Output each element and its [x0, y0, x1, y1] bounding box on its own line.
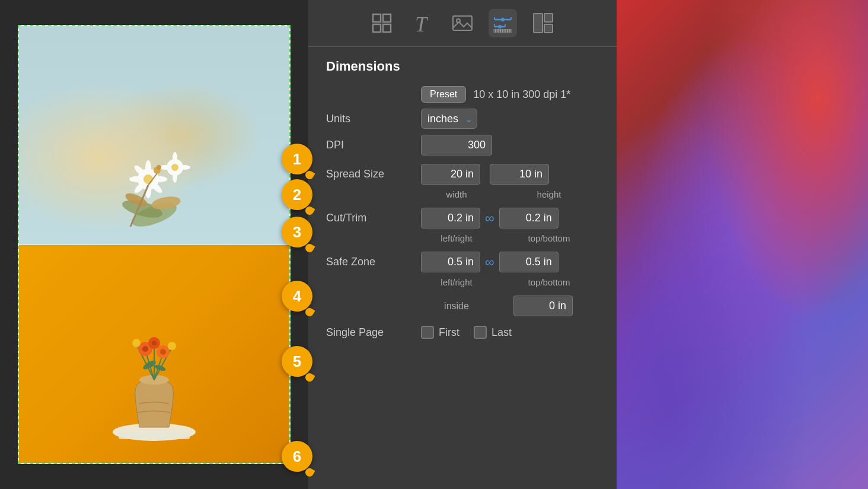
svg-point-33	[142, 346, 148, 352]
single-page-label: Single Page	[326, 326, 421, 339]
dpi-row: DPI	[326, 135, 599, 155]
single-page-row: Single Page First Last	[326, 326, 599, 339]
svg-rect-45	[383, 24, 391, 32]
svg-point-15	[171, 164, 178, 171]
cut-trim-link-icon[interactable]: ∞	[485, 211, 494, 226]
inside-sublabel: inside	[421, 301, 492, 312]
svg-rect-47	[453, 16, 472, 30]
spread-sublabels: width height	[421, 189, 599, 199]
toolbar: T	[308, 0, 617, 47]
safe-zone-label: Safe Zone	[326, 256, 421, 268]
svg-point-6	[145, 160, 151, 174]
safe-zone-right-input[interactable]	[499, 252, 559, 272]
spread-width-input[interactable]	[421, 164, 480, 185]
badge-6: 6	[282, 441, 312, 472]
last-label: Last	[492, 326, 512, 339]
panel-area: T	[308, 0, 617, 489]
svg-point-38	[168, 342, 176, 350]
units-wrapper: inches cm mm px	[421, 109, 477, 129]
svg-point-9	[153, 176, 167, 182]
inside-row: inside	[326, 296, 599, 316]
svg-rect-65	[534, 14, 542, 33]
svg-point-16	[173, 152, 177, 164]
dpi-input[interactable]	[421, 135, 492, 155]
cut-trim-left-sublabel: left/right	[421, 233, 492, 243]
units-select[interactable]: inches cm mm px	[421, 109, 477, 129]
svg-point-41	[154, 364, 167, 372]
svg-point-50	[501, 18, 505, 21]
safe-zone-link-icon[interactable]: ∞	[485, 255, 494, 270]
safe-zone-right-sublabel: top/bottom	[513, 277, 585, 287]
spread-size-row: Spread Size	[326, 164, 599, 185]
svg-rect-66	[544, 14, 553, 22]
svg-rect-67	[544, 24, 553, 33]
cut-trim-left-input[interactable]	[421, 208, 480, 228]
preset-button[interactable]: Preset	[421, 86, 466, 103]
cut-trim-label: Cut/Trim	[326, 212, 421, 224]
svg-point-54	[498, 25, 502, 28]
svg-point-8	[129, 176, 143, 182]
spread-width-sublabel: width	[421, 189, 492, 199]
svg-rect-25	[119, 432, 190, 439]
page-container	[18, 25, 291, 464]
badge-5: 5	[282, 346, 312, 377]
dimensions-tool-button[interactable]	[489, 9, 517, 37]
spread-height-input[interactable]	[490, 164, 549, 185]
svg-point-37	[160, 349, 166, 355]
preset-row: Preset 10 x 10 in 300 dpi 1*	[326, 86, 599, 103]
photo-top	[19, 26, 289, 245]
safe-zone-sublabels: left/right top/bottom	[421, 277, 599, 287]
first-label: First	[439, 326, 459, 339]
svg-point-39	[132, 339, 141, 347]
svg-point-17	[173, 171, 177, 183]
units-label: Units	[326, 113, 421, 125]
single-page-options: First Last	[421, 326, 526, 339]
svg-point-23	[157, 165, 161, 170]
last-checkbox[interactable]	[474, 326, 487, 339]
units-row: Units inches cm mm px	[326, 109, 599, 129]
spread-size-label: Spread Size	[326, 168, 421, 180]
preset-value: 10 x 10 in 300 dpi 1*	[473, 88, 570, 101]
first-checkbox[interactable]	[421, 326, 434, 339]
layout-tool-button[interactable]	[529, 9, 557, 37]
photo-bottom	[19, 245, 289, 463]
svg-point-19	[178, 165, 190, 170]
grid-tool-button[interactable]	[368, 9, 396, 37]
badge-4: 4	[282, 281, 312, 312]
cut-trim-right-sublabel: top/bottom	[513, 233, 585, 243]
inside-value-input[interactable]	[513, 296, 573, 316]
svg-rect-43	[383, 14, 391, 22]
svg-rect-42	[373, 14, 381, 22]
section-title: Dimensions	[326, 59, 599, 74]
svg-text:T: T	[415, 12, 429, 35]
badge-1: 1	[282, 144, 312, 174]
svg-point-35	[152, 341, 157, 345]
safe-zone-row: Safe Zone ∞	[326, 252, 599, 272]
safe-zone-left-sublabel: left/right	[421, 277, 492, 287]
cut-trim-row: Cut/Trim ∞	[326, 208, 599, 228]
svg-rect-44	[373, 24, 381, 32]
dpi-label: DPI	[326, 139, 421, 151]
badge-2: 2	[282, 179, 312, 210]
badge-3: 3	[282, 217, 312, 247]
canvas-area: 1 2 3 4 5 6	[0, 0, 308, 489]
spread-height-sublabel: height	[513, 189, 585, 199]
right-swirl	[617, 0, 868, 489]
dimensions-panel: Dimensions Preset 10 x 10 in 300 dpi 1* …	[308, 47, 617, 489]
cut-trim-right-input[interactable]	[499, 208, 559, 228]
text-tool-button[interactable]: T	[408, 9, 436, 37]
safe-zone-left-input[interactable]	[421, 252, 480, 272]
right-area	[617, 0, 868, 489]
cut-trim-sublabels: left/right top/bottom	[421, 233, 599, 243]
image-tool-button[interactable]	[448, 9, 477, 37]
